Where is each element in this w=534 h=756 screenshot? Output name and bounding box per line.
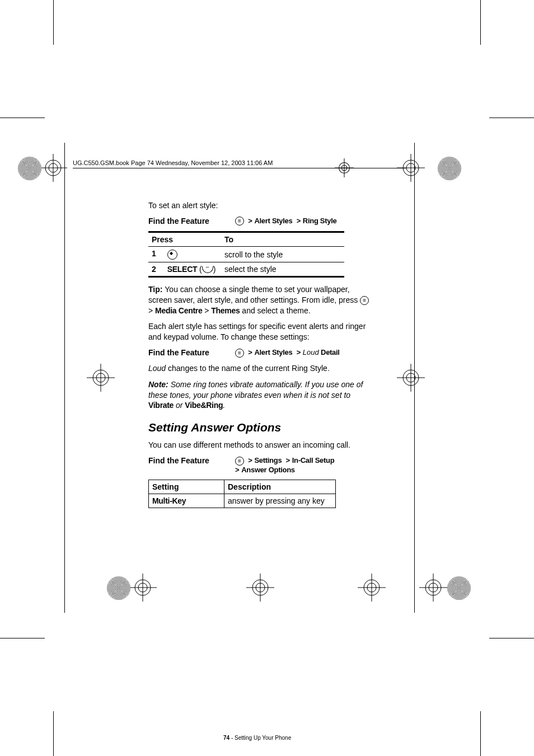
reg-mark-icon bbox=[129, 574, 157, 602]
note-paragraph: Note: Some ring tones vibrate automatica… bbox=[148, 379, 372, 411]
menu-key-icon bbox=[235, 217, 244, 226]
page-footer: 74 - Setting Up Your Phone bbox=[223, 735, 291, 741]
nav-key-icon bbox=[167, 250, 177, 260]
loud-note: Loud changes to the name of the current … bbox=[148, 363, 372, 374]
table-row: 1 scroll to the style bbox=[148, 247, 344, 262]
press-header: Press bbox=[148, 232, 221, 247]
menu-key-icon bbox=[235, 349, 244, 358]
settings-table: Setting Description Multi-Key answer by … bbox=[148, 480, 336, 508]
para-answer: You can use different methods to answer … bbox=[148, 440, 372, 450]
reg-mark-icon bbox=[358, 574, 386, 602]
texture-dot-icon bbox=[18, 157, 41, 180]
reg-mark-small-icon bbox=[335, 158, 354, 177]
find-feature-row-1: Find the Feature > Alert Styles > Ring S… bbox=[148, 217, 372, 226]
reg-mark-icon bbox=[39, 154, 67, 182]
menu-key-icon bbox=[235, 457, 244, 466]
softkey-icon bbox=[202, 266, 213, 273]
find-feature-label: Find the Feature bbox=[148, 348, 235, 358]
reg-mark-icon bbox=[397, 364, 425, 392]
menu-key-icon bbox=[360, 296, 369, 305]
press-table: Press To 1 scroll to the style 2 SELECT … bbox=[148, 231, 344, 277]
to-header: To bbox=[221, 232, 344, 247]
tip-paragraph: Tip: You can choose a single theme to se… bbox=[148, 284, 372, 316]
texture-dot-icon bbox=[447, 576, 471, 600]
find-feature-row-3: Find the Feature > Settings > In-Call Se… bbox=[148, 456, 372, 474]
para-settings: Each alert style has settings for specif… bbox=[148, 321, 372, 342]
texture-dot-icon bbox=[438, 157, 461, 180]
intro-text: To set an alert style: bbox=[148, 200, 372, 211]
setting-header: Setting bbox=[149, 480, 224, 494]
find-feature-row-2: Find the Feature > Alert Styles > Loud D… bbox=[148, 348, 372, 358]
find-feature-label: Find the Feature bbox=[148, 456, 235, 474]
texture-dot-icon bbox=[107, 576, 130, 600]
page-header: UG.C550.GSM.book Page 74 Wednesday, Nove… bbox=[73, 159, 273, 166]
find-feature-label: Find the Feature bbox=[148, 217, 235, 226]
reg-mark-icon bbox=[419, 574, 447, 602]
reg-mark-icon bbox=[87, 364, 115, 392]
reg-mark-icon bbox=[246, 574, 274, 602]
table-row: Multi-Key answer by pressing any key bbox=[149, 494, 336, 508]
description-header: Description bbox=[224, 480, 336, 494]
heading-answer-options: Setting Answer Options bbox=[148, 421, 372, 434]
table-row: 2 SELECT () select the style bbox=[148, 262, 344, 276]
